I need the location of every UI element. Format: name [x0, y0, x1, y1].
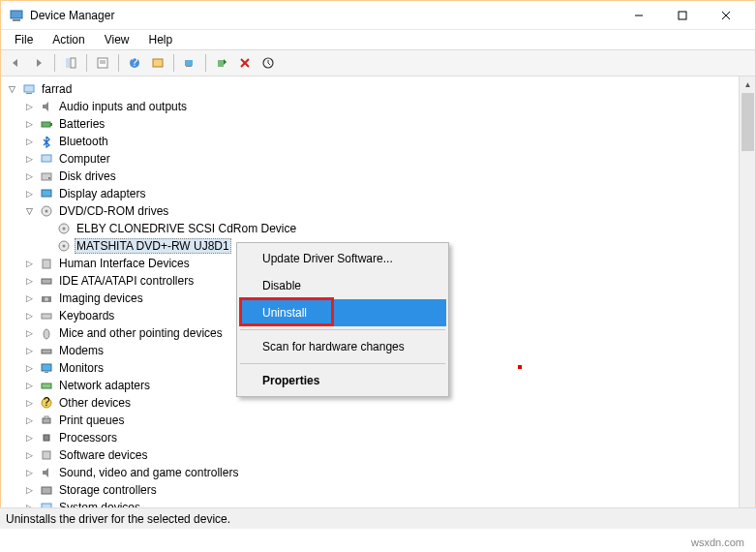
camera-icon [39, 291, 54, 306]
tree-item-storage[interactable]: Storage controllers [20, 481, 753, 499]
enable-button[interactable] [211, 52, 232, 74]
chevron-right-icon[interactable] [22, 135, 36, 148]
menu-help[interactable]: Help [141, 31, 181, 48]
status-text: Uninstalls the driver for the selected d… [6, 512, 230, 526]
ctx-update-driver[interactable]: Update Driver Software... [239, 245, 446, 272]
scroll-thumb[interactable] [741, 93, 754, 151]
chevron-right-icon[interactable] [22, 117, 36, 131]
svg-rect-41 [42, 364, 51, 371]
annotation-dot [518, 365, 522, 369]
svg-rect-38 [42, 314, 51, 319]
svg-rect-42 [45, 372, 48, 373]
tree-root[interactable]: farrad [3, 80, 753, 98]
root-label: farrad [40, 81, 74, 97]
chevron-right-icon[interactable] [22, 187, 36, 200]
chevron-right-icon[interactable] [22, 396, 36, 410]
other-icon: ? [39, 395, 54, 411]
cpu-icon [39, 430, 54, 445]
tree-item-dvd[interactable]: DVD/CD-ROM drives [20, 202, 753, 220]
tree-item-computer[interactable]: Computer [20, 150, 753, 168]
svg-rect-3 [679, 12, 686, 19]
chevron-down-icon[interactable] [22, 204, 36, 218]
chevron-right-icon[interactable] [22, 431, 36, 445]
svg-rect-47 [45, 416, 48, 418]
tree-item-disk[interactable]: Disk drives [20, 168, 753, 185]
chevron-right-icon[interactable] [22, 414, 36, 427]
tree-item-bluetooth[interactable]: Bluetooth [20, 133, 753, 150]
chevron-right-icon[interactable] [22, 100, 36, 113]
ctx-uninstall[interactable]: Uninstall [239, 299, 446, 326]
menubar: File Action View Help [1, 30, 755, 49]
status-bar: Uninstalls the driver for the selected d… [0, 507, 756, 529]
chevron-right-icon[interactable] [22, 361, 36, 375]
tree-item-audio[interactable]: Audio inputs and outputs [20, 98, 753, 115]
ctx-scan[interactable]: Scan for hardware changes [239, 333, 446, 360]
ctx-properties[interactable]: Properties [239, 367, 446, 394]
keyboard-icon [39, 308, 54, 323]
minimize-button[interactable] [617, 1, 660, 29]
svg-rect-49 [43, 451, 50, 459]
vertical-scrollbar[interactable]: ▲ ▼ [739, 77, 755, 528]
tree-item-batteries[interactable]: Batteries [20, 115, 753, 133]
svg-rect-27 [42, 190, 51, 197]
scroll-up-button[interactable]: ▲ [740, 77, 755, 93]
toolbar-separator [118, 54, 119, 72]
chevron-right-icon[interactable] [22, 344, 36, 357]
action-button[interactable] [147, 52, 168, 74]
chevron-right-icon[interactable] [22, 466, 36, 479]
svg-point-39 [44, 329, 49, 339]
svg-point-31 [63, 228, 66, 230]
svg-rect-13 [153, 59, 163, 67]
uninstall-button[interactable] [234, 52, 256, 74]
back-button[interactable] [5, 52, 26, 74]
toolbar-separator [86, 54, 87, 72]
context-menu: Update Driver Software... Disable Uninst… [236, 242, 449, 397]
chevron-right-icon[interactable] [22, 169, 36, 183]
tree-item-print[interactable]: Print queues [20, 412, 753, 429]
printer-icon [39, 413, 54, 428]
menu-action[interactable]: Action [45, 31, 92, 48]
chevron-right-icon[interactable] [22, 448, 36, 462]
computer-icon [39, 151, 54, 167]
chevron-right-icon[interactable] [22, 291, 36, 305]
svg-rect-0 [11, 11, 22, 18]
computer-icon [21, 81, 37, 97]
chevron-right-icon[interactable] [22, 379, 36, 392]
titlebar[interactable]: Device Manager [1, 1, 755, 30]
properties-button[interactable] [92, 52, 113, 74]
menu-file[interactable]: File [7, 31, 41, 48]
network-icon [39, 378, 54, 393]
svg-rect-14 [185, 60, 193, 66]
tree-item-software[interactable]: Software devices [20, 446, 753, 464]
svg-rect-43 [42, 383, 51, 388]
close-button[interactable] [704, 1, 747, 29]
ctx-disable[interactable]: Disable [239, 272, 446, 299]
tree-item-processors[interactable]: Processors [20, 429, 753, 446]
chevron-right-icon[interactable] [22, 483, 36, 497]
monitor-icon [39, 360, 54, 376]
show-hide-tree-button[interactable] [60, 52, 81, 74]
svg-point-33 [63, 245, 66, 248]
chevron-down-icon[interactable] [5, 82, 18, 96]
maximize-button[interactable] [660, 1, 704, 29]
chevron-right-icon[interactable] [22, 257, 36, 270]
chevron-right-icon[interactable] [22, 152, 36, 166]
update-driver-button[interactable] [257, 52, 279, 74]
tree-item-elby[interactable]: ELBY CLONEDRIVE SCSI CdRom Device [38, 220, 753, 237]
cdrom-icon [56, 238, 72, 254]
scan-hardware-button[interactable] [179, 52, 200, 74]
cdrom-icon [56, 221, 72, 236]
svg-rect-23 [50, 123, 52, 126]
menu-view[interactable]: View [97, 31, 137, 48]
svg-rect-50 [42, 487, 51, 494]
storage-icon [39, 482, 54, 498]
chevron-right-icon[interactable] [22, 326, 36, 340]
tree-item-display[interactable]: Display adapters [20, 185, 753, 202]
forward-button[interactable] [28, 52, 49, 74]
window-title: Device Manager [30, 9, 617, 22]
svg-rect-7 [71, 58, 76, 68]
chevron-right-icon[interactable] [22, 309, 36, 322]
tree-item-sound[interactable]: Sound, video and game controllers [20, 464, 753, 481]
chevron-right-icon[interactable] [22, 274, 36, 288]
help-button[interactable]: ? [124, 52, 145, 74]
